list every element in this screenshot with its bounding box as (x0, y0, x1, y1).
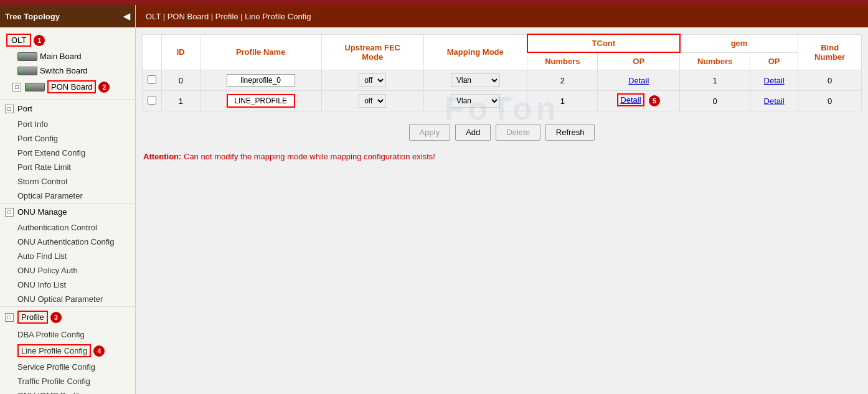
olt-label: OLT (11, 35, 26, 45)
row1-gem-detail-link[interactable]: Detail (764, 96, 785, 106)
nav-item-onu-igmp[interactable]: ONU IGMP Profile (0, 388, 135, 394)
row1-profile-name-cell (200, 91, 321, 111)
line-profile-box: Line Profile Config (17, 344, 91, 357)
tree-node-switch-board[interactable]: Switch Board (2, 63, 133, 78)
tree-node-main-board[interactable]: Main Board (2, 49, 133, 63)
pon-board-expand[interactable]: □ (12, 83, 21, 91)
nav-item-onu-optical-param[interactable]: ONU Optical Parameter (0, 292, 135, 306)
th-gem-group: gem (680, 34, 798, 52)
main-board-icon (17, 52, 37, 61)
tree-node-olt[interactable]: OLT 1 (2, 31, 133, 49)
attention-label: Attention: (143, 152, 181, 161)
row1-checkbox[interactable] (148, 96, 156, 105)
th-gem-op: OP (750, 52, 798, 70)
tree-node-pon-board[interactable]: □ PON Board 2 (2, 78, 133, 96)
nav-item-onu-auth-config[interactable]: ONU Authentication Config (0, 235, 135, 249)
row0-mapping-cell: Vlan GemPort Priority (423, 70, 527, 91)
nav-item-onu-policy-auth[interactable]: ONU Policy Auth (0, 263, 135, 278)
row0-gem-numbers: 1 (680, 70, 750, 91)
onu-expand-btn[interactable]: □ (5, 208, 14, 217)
row1-profile-name-input[interactable] (227, 94, 295, 108)
profile-expand-btn[interactable]: □ (5, 313, 14, 322)
nav-item-onu-info-list[interactable]: ONU Info List (0, 278, 135, 292)
row0-profile-name-input[interactable] (227, 74, 295, 87)
nav-item-service-profile[interactable]: Service Profile Config (0, 360, 135, 374)
nav-item-port-info[interactable]: Port Info (0, 117, 135, 131)
table-container: ID Profile Name Upstream FECMode Mapping… (136, 27, 868, 118)
nav-item-port-extend-config[interactable]: Port Extend Config (0, 146, 135, 160)
olt-label-box: OLT (6, 34, 31, 47)
th-checkbox (143, 34, 162, 70)
nav-group-profile-title[interactable]: □ Profile 3 (0, 307, 135, 327)
nav-group-onu: □ ONU Manage Authentication Control ONU … (0, 204, 135, 307)
row0-checkbox[interactable] (148, 75, 156, 84)
nav-item-auto-find-list[interactable]: Auto Find List (0, 249, 135, 263)
row0-tcont-detail-link[interactable]: Detail (628, 76, 649, 85)
row1-fec-cell: off on (321, 91, 423, 111)
nav-group-port: □ Port Port Info Port Config Port Extend… (0, 100, 135, 204)
nav-group-onu-title[interactable]: □ ONU Manage (0, 204, 135, 220)
row1-fec-select[interactable]: off on (359, 94, 386, 108)
onu-items: Authentication Control ONU Authenticatio… (0, 220, 135, 306)
th-mapping-mode: Mapping Mode (423, 34, 527, 70)
row0-fec-select[interactable]: off on (359, 73, 386, 87)
pon-board-box: PON Board (47, 80, 96, 93)
th-tcont-numbers: Numbers (527, 52, 598, 70)
th-profile-name: Profile Name (200, 34, 321, 70)
row0-checkbox-cell (143, 70, 162, 91)
row1-checkbox-cell (143, 91, 162, 111)
row1-mapping-cell: Vlan GemPort Priority (423, 91, 527, 111)
row1-tcont-detail-link[interactable]: Detail (617, 93, 644, 106)
nav-item-storm-control[interactable]: Storm Control (0, 174, 135, 189)
nav-item-dba-profile[interactable]: DBA Profile Config (0, 327, 135, 342)
nav-group-profile: □ Profile 3 DBA Profile Config Line Prof… (0, 307, 135, 394)
th-bind-number: BindNumber (798, 34, 862, 70)
onu-group-label: ONU Manage (17, 207, 67, 217)
top-bar (0, 0, 868, 5)
button-row: Apply Add Delete Refresh (136, 118, 868, 147)
port-items: Port Info Port Config Port Extend Config… (0, 117, 135, 203)
line-profile-badge: 4 (93, 345, 105, 357)
apply-button[interactable]: Apply (409, 124, 451, 141)
nav-item-port-rate-limit[interactable]: Port Rate Limit (0, 160, 135, 174)
profile-group-label: Profile (21, 312, 44, 322)
profile-badge: 3 (50, 312, 62, 323)
main-board-label: Main Board (40, 52, 81, 61)
profile-box: Profile (17, 311, 48, 324)
content: OLT | PON Board | Profile | Line Profile… (136, 5, 868, 394)
th-gem-numbers: Numbers (680, 52, 750, 70)
row1-bind-number: 0 (798, 91, 862, 111)
delete-button[interactable]: Delete (496, 124, 540, 141)
row0-mapping-select[interactable]: Vlan GemPort Priority (451, 73, 500, 87)
sidebar-title: Tree Topology (5, 12, 60, 21)
th-tcont-op: OP (598, 52, 680, 70)
nav-group-port-title[interactable]: □ Port (0, 100, 135, 117)
nav-item-auth-control[interactable]: Authentication Control (0, 220, 135, 235)
nav-item-optical-parameter[interactable]: Optical Parameter (0, 189, 135, 203)
refresh-button[interactable]: Refresh (545, 124, 595, 141)
row0-tcont-op: Detail (598, 70, 680, 91)
pon-board-icon (25, 83, 45, 91)
row0-gem-detail-link[interactable]: Detail (764, 76, 785, 85)
sidebar-toggle-button[interactable]: ◀ (123, 11, 130, 21)
profile-items: DBA Profile Config Line Profile Config 4… (0, 327, 135, 394)
row0-gem-op: Detail (750, 70, 798, 91)
table-row: 1 off on (143, 91, 862, 111)
nav-item-traffic-profile[interactable]: Traffic Profile Config (0, 374, 135, 388)
row1-mapping-select[interactable]: Vlan GemPort Priority (451, 94, 500, 108)
row0-profile-name-cell (200, 70, 321, 91)
row0-bind-number: 0 (798, 70, 862, 91)
nav-item-port-config[interactable]: Port Config (0, 131, 135, 146)
row0-tcont-numbers: 2 (527, 70, 598, 91)
nav-item-line-profile-config[interactable]: Line Profile Config 4 (0, 342, 135, 360)
pon-board-badge: 2 (98, 82, 110, 93)
row0-fec-cell: off on (321, 70, 423, 91)
row1-tcont-op: Detail 5 (598, 91, 680, 111)
th-tcont-group: TCont (527, 34, 680, 52)
port-group-label: Port (17, 104, 32, 113)
add-button[interactable]: Add (455, 124, 491, 141)
olt-badge: 1 (34, 35, 45, 46)
port-expand-btn[interactable]: □ (5, 105, 14, 113)
switch-board-label: Switch Board (40, 66, 88, 75)
row1-gem-numbers: 0 (680, 91, 750, 111)
